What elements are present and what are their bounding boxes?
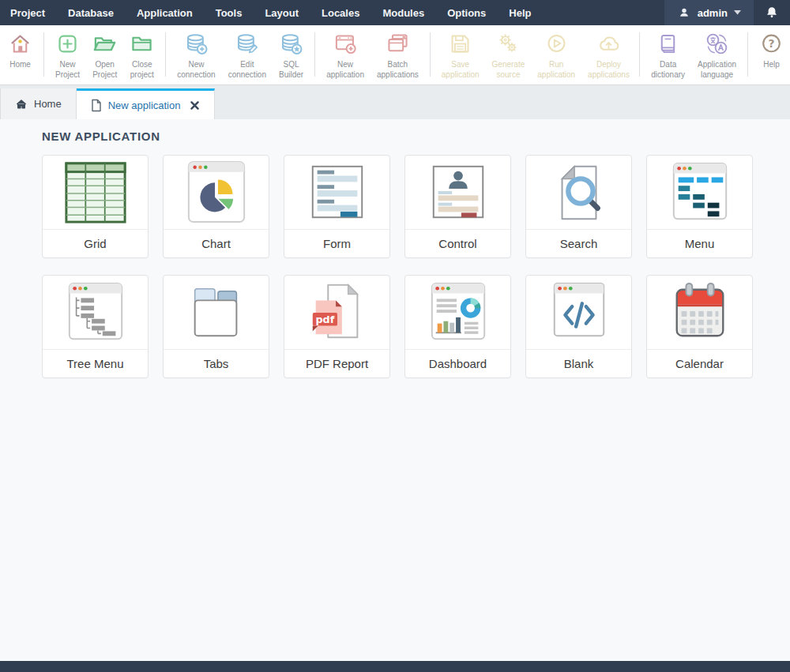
toolbar-application-language-button[interactable]: Application language [691, 25, 743, 84]
dashboard-icon [405, 276, 510, 350]
card-tree-menu[interactable]: Tree Menu [42, 275, 149, 378]
user-menu[interactable]: admin [664, 0, 754, 25]
app-window: Project Database Application Tools Layou… [0, 0, 790, 672]
toolbar-label: Application language [698, 59, 736, 80]
application-type-cards: Grid Chart [42, 155, 753, 378]
play-circle-icon [544, 31, 569, 57]
pdf-badge-text: pdf [315, 313, 334, 325]
card-label: Calendar [647, 350, 752, 377]
toolbar-new-application-button[interactable]: New application [320, 25, 371, 84]
card-label: PDF Report [284, 350, 389, 377]
menu-layout[interactable]: Layout [265, 7, 299, 19]
card-form[interactable]: Form [284, 155, 390, 258]
card-label: Tabs [164, 350, 269, 377]
toolbar-label: Home [9, 59, 31, 69]
toolbar-label: New connection [177, 59, 215, 80]
card-calendar[interactable]: Calendar [646, 275, 753, 378]
menu-application[interactable]: Application [137, 7, 193, 19]
card-search[interactable]: Search [525, 155, 632, 258]
toolbar-new-connection-button[interactable]: New connection [171, 25, 221, 84]
toolbar-label: Close project [130, 59, 154, 80]
toolbar-sql-builder-button[interactable]: SQL Builder [273, 25, 310, 84]
menu-tools[interactable]: Tools [216, 7, 243, 19]
toolbar-separator [747, 32, 748, 77]
toolbar-batch-applications-button[interactable]: Batch applications [371, 25, 425, 84]
menu-database[interactable]: Database [68, 7, 114, 19]
blank-code-icon [526, 276, 631, 350]
toolbar-home-button[interactable]: Home [2, 25, 39, 84]
toolbar-edit-connection-button[interactable]: Edit connection [222, 25, 273, 84]
main-content: NEW APPLICATION Grid [0, 119, 790, 661]
pdf-report-icon: pdf [284, 276, 389, 350]
toolbar-open-project-button[interactable]: Open Project [86, 25, 123, 84]
card-menu[interactable]: Menu [646, 155, 753, 258]
tab-home[interactable]: Home [0, 88, 77, 119]
toolbar-separator [639, 32, 640, 77]
control-icon [405, 156, 510, 230]
grid-icon [43, 156, 148, 230]
toolbar-separator [430, 32, 431, 77]
home-tab-icon [15, 98, 28, 110]
toolbar-label: Data dictionary [651, 59, 685, 80]
toolbar-label: Help [763, 59, 780, 69]
open-folder-icon [92, 31, 117, 57]
page-title: NEW APPLICATION [42, 130, 790, 143]
menubar-right: admin [664, 0, 790, 25]
chevron-down-icon [734, 10, 741, 15]
card-dashboard[interactable]: Dashboard [404, 275, 511, 378]
card-pdf-report[interactable]: pdf PDF Report [284, 275, 390, 378]
toolbar-label: Deploy applications [588, 59, 630, 80]
card-grid[interactable]: Grid [42, 155, 149, 258]
toolbar-deploy-applications-button[interactable]: Deploy applications [581, 25, 636, 84]
stacked-windows-icon [386, 31, 410, 57]
card-blank[interactable]: Blank [525, 275, 632, 378]
question-circle-icon: ? [759, 31, 784, 57]
menu-options[interactable]: Options [447, 7, 486, 19]
tab-new-application[interactable]: New application [77, 88, 216, 119]
database-star-icon [279, 31, 303, 57]
menu-project[interactable]: Project [10, 7, 45, 19]
toolbar-save-application-button[interactable]: Save application [435, 25, 486, 84]
card-label: Form [284, 230, 389, 257]
translate-icon [705, 31, 729, 57]
card-chart[interactable]: Chart [163, 155, 269, 258]
toolbar-label: New Project [55, 59, 80, 80]
toolbar-generate-source-button[interactable]: Generate source [486, 25, 532, 84]
menu-help[interactable]: Help [509, 7, 531, 19]
card-label: Menu [647, 230, 752, 257]
tabs-icon [164, 276, 269, 350]
toolbar-separator [165, 32, 166, 77]
toolbar-close-project-button[interactable]: Close project [123, 25, 160, 84]
menu-icon [647, 156, 752, 230]
floppy-disk-icon [448, 31, 472, 57]
form-icon [284, 156, 389, 230]
gears-icon [496, 31, 521, 57]
tab-label: New application [108, 99, 181, 111]
file-icon [91, 99, 102, 112]
new-project-icon [55, 31, 80, 57]
user-name: admin [698, 7, 728, 19]
toolbar-label: Save application [442, 59, 480, 80]
toolbar-help-button[interactable]: ? Help [753, 25, 790, 84]
chart-icon [164, 156, 269, 230]
card-control[interactable]: Control [404, 155, 511, 258]
card-label: Tree Menu [43, 350, 148, 377]
menu-modules[interactable]: Modules [382, 7, 424, 19]
user-icon [677, 6, 691, 20]
toolbar-data-dictionary-button[interactable]: Data dictionary [645, 25, 691, 84]
toolbar-run-application-button[interactable]: Run application [531, 25, 581, 84]
close-tab-icon[interactable] [190, 100, 200, 111]
closed-folder-icon [130, 31, 154, 57]
card-label: Dashboard [405, 350, 510, 377]
card-label: Chart [164, 230, 269, 257]
toolbar-label: Edit connection [228, 59, 266, 80]
cloud-upload-icon [596, 31, 621, 57]
tree-menu-icon [43, 276, 148, 350]
menu-locales[interactable]: Locales [322, 7, 359, 19]
toolbar-new-project-button[interactable]: New Project [49, 25, 86, 84]
toolbar-separator [314, 32, 315, 77]
search-icon [526, 156, 631, 230]
card-tabs[interactable]: Tabs [163, 275, 269, 378]
notifications-button[interactable] [754, 0, 790, 25]
menu-items: Project Database Application Tools Layou… [0, 0, 531, 25]
